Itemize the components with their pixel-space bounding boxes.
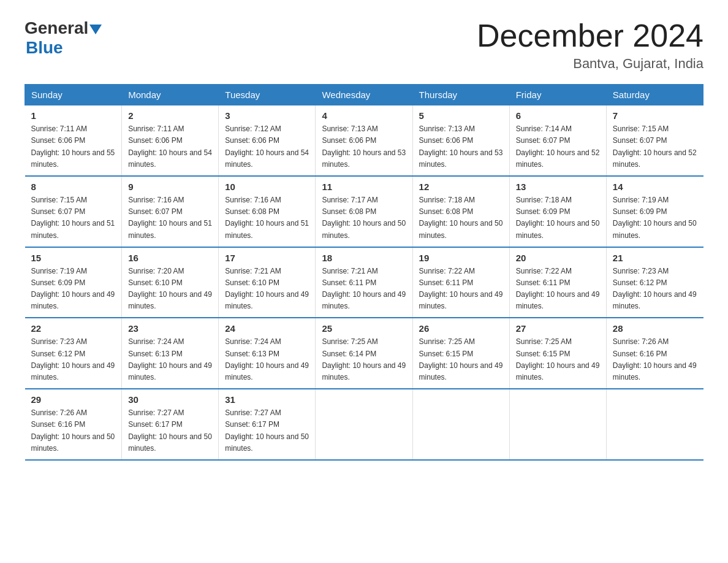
- day-info: Sunrise: 7:19 AMSunset: 6:09 PMDaylight:…: [31, 266, 116, 313]
- day-number: 8: [31, 182, 116, 192]
- day-number: 14: [613, 182, 697, 192]
- calendar-cell: 8Sunrise: 7:15 AMSunset: 6:07 PMDaylight…: [25, 176, 122, 247]
- day-info: Sunrise: 7:13 AMSunset: 6:06 PMDaylight:…: [419, 123, 503, 170]
- calendar-cell: 1Sunrise: 7:11 AMSunset: 6:06 PMDaylight…: [25, 105, 122, 176]
- day-number: 24: [225, 323, 309, 334]
- day-info: Sunrise: 7:22 AMSunset: 6:11 PMDaylight:…: [419, 266, 503, 313]
- logo-general-text: General: [25, 18, 88, 38]
- calendar-cell: 5Sunrise: 7:13 AMSunset: 6:06 PMDaylight…: [412, 105, 509, 176]
- calendar-cell: 27Sunrise: 7:25 AMSunset: 6:15 PMDayligh…: [509, 318, 606, 389]
- day-number: 30: [128, 394, 212, 405]
- day-number: 17: [225, 253, 309, 263]
- calendar-cell: 7Sunrise: 7:15 AMSunset: 6:07 PMDaylight…: [606, 105, 703, 176]
- logo-area: General Blue: [25, 18, 102, 58]
- day-info: Sunrise: 7:19 AMSunset: 6:09 PMDaylight:…: [613, 194, 697, 242]
- calendar-week-row: 15Sunrise: 7:19 AMSunset: 6:09 PMDayligh…: [25, 247, 703, 318]
- day-number: 11: [322, 182, 406, 192]
- day-info: Sunrise: 7:16 AMSunset: 6:07 PMDaylight:…: [128, 194, 212, 242]
- calendar-cell: 2Sunrise: 7:11 AMSunset: 6:06 PMDaylight…: [122, 105, 219, 176]
- calendar-week-row: 1Sunrise: 7:11 AMSunset: 6:06 PMDaylight…: [25, 105, 703, 176]
- weekday-header-wednesday: Wednesday: [316, 85, 412, 105]
- calendar-week-row: 29Sunrise: 7:26 AMSunset: 6:16 PMDayligh…: [25, 389, 703, 460]
- logo-triangle-icon: [89, 25, 102, 34]
- calendar-cell: 30Sunrise: 7:27 AMSunset: 6:17 PMDayligh…: [122, 389, 219, 460]
- day-number: 4: [322, 110, 406, 121]
- calendar-cell: 11Sunrise: 7:17 AMSunset: 6:08 PMDayligh…: [316, 176, 412, 247]
- day-number: 22: [31, 323, 116, 334]
- calendar-cell: 16Sunrise: 7:20 AMSunset: 6:10 PMDayligh…: [122, 247, 219, 318]
- weekday-row: SundayMondayTuesdayWednesdayThursdayFrid…: [25, 85, 703, 105]
- day-number: 5: [419, 110, 503, 121]
- calendar-cell: 31Sunrise: 7:27 AMSunset: 6:17 PMDayligh…: [219, 389, 316, 460]
- logo: General: [25, 18, 102, 38]
- location-title: Bantva, Gujarat, India: [477, 56, 703, 72]
- calendar-cell: 6Sunrise: 7:14 AMSunset: 6:07 PMDaylight…: [509, 105, 606, 176]
- calendar-cell: 12Sunrise: 7:18 AMSunset: 6:08 PMDayligh…: [412, 176, 509, 247]
- day-number: 28: [613, 323, 697, 334]
- day-number: 9: [128, 182, 212, 192]
- day-number: 6: [516, 110, 600, 121]
- day-info: Sunrise: 7:18 AMSunset: 6:09 PMDaylight:…: [516, 194, 600, 242]
- day-number: 15: [31, 253, 116, 263]
- day-info: Sunrise: 7:15 AMSunset: 6:07 PMDaylight:…: [613, 123, 697, 170]
- day-info: Sunrise: 7:27 AMSunset: 6:17 PMDaylight:…: [225, 407, 309, 454]
- calendar-cell: 18Sunrise: 7:21 AMSunset: 6:11 PMDayligh…: [316, 247, 412, 318]
- day-number: 31: [225, 394, 309, 405]
- day-number: 29: [31, 394, 116, 405]
- header: General Blue December 2024 Bantva, Gujar…: [25, 18, 703, 72]
- day-number: 3: [225, 110, 309, 121]
- weekday-header-saturday: Saturday: [606, 85, 703, 105]
- day-info: Sunrise: 7:25 AMSunset: 6:14 PMDaylight:…: [322, 336, 406, 383]
- day-info: Sunrise: 7:26 AMSunset: 6:16 PMDaylight:…: [613, 336, 697, 383]
- day-info: Sunrise: 7:25 AMSunset: 6:15 PMDaylight:…: [419, 336, 503, 383]
- calendar-cell: 13Sunrise: 7:18 AMSunset: 6:09 PMDayligh…: [509, 176, 606, 247]
- calendar-cell: 10Sunrise: 7:16 AMSunset: 6:08 PMDayligh…: [219, 176, 316, 247]
- day-number: 21: [613, 253, 697, 263]
- day-number: 13: [516, 182, 600, 192]
- weekday-header-friday: Friday: [509, 85, 606, 105]
- day-info: Sunrise: 7:15 AMSunset: 6:07 PMDaylight:…: [31, 194, 116, 242]
- calendar-cell: 4Sunrise: 7:13 AMSunset: 6:06 PMDaylight…: [316, 105, 412, 176]
- weekday-header-thursday: Thursday: [412, 85, 509, 105]
- day-number: 10: [225, 182, 309, 192]
- day-info: Sunrise: 7:11 AMSunset: 6:06 PMDaylight:…: [31, 123, 116, 170]
- calendar-week-row: 22Sunrise: 7:23 AMSunset: 6:12 PMDayligh…: [25, 318, 703, 389]
- day-info: Sunrise: 7:13 AMSunset: 6:06 PMDaylight:…: [322, 123, 406, 170]
- title-area: December 2024 Bantva, Gujarat, India: [477, 18, 703, 72]
- day-number: 12: [419, 182, 503, 192]
- weekday-header-monday: Monday: [122, 85, 219, 105]
- calendar-cell: 29Sunrise: 7:26 AMSunset: 6:16 PMDayligh…: [25, 389, 122, 460]
- calendar-table: SundayMondayTuesdayWednesdayThursdayFrid…: [25, 84, 703, 461]
- day-info: Sunrise: 7:27 AMSunset: 6:17 PMDaylight:…: [128, 407, 212, 454]
- calendar-cell: 14Sunrise: 7:19 AMSunset: 6:09 PMDayligh…: [606, 176, 703, 247]
- day-info: Sunrise: 7:25 AMSunset: 6:15 PMDaylight:…: [516, 336, 600, 383]
- calendar-cell: 28Sunrise: 7:26 AMSunset: 6:16 PMDayligh…: [606, 318, 703, 389]
- calendar-cell: 21Sunrise: 7:23 AMSunset: 6:12 PMDayligh…: [606, 247, 703, 318]
- day-info: Sunrise: 7:21 AMSunset: 6:10 PMDaylight:…: [225, 266, 309, 313]
- calendar-cell: 20Sunrise: 7:22 AMSunset: 6:11 PMDayligh…: [509, 247, 606, 318]
- logo-blue-text: Blue: [26, 38, 63, 57]
- day-info: Sunrise: 7:21 AMSunset: 6:11 PMDaylight:…: [322, 266, 406, 313]
- day-info: Sunrise: 7:24 AMSunset: 6:13 PMDaylight:…: [225, 336, 309, 383]
- day-info: Sunrise: 7:12 AMSunset: 6:06 PMDaylight:…: [225, 123, 309, 170]
- calendar-cell: 9Sunrise: 7:16 AMSunset: 6:07 PMDaylight…: [122, 176, 219, 247]
- day-info: Sunrise: 7:16 AMSunset: 6:08 PMDaylight:…: [225, 194, 309, 242]
- calendar-cell: 23Sunrise: 7:24 AMSunset: 6:13 PMDayligh…: [122, 318, 219, 389]
- day-info: Sunrise: 7:17 AMSunset: 6:08 PMDaylight:…: [322, 194, 406, 242]
- day-info: Sunrise: 7:23 AMSunset: 6:12 PMDaylight:…: [31, 336, 116, 383]
- calendar-cell: 22Sunrise: 7:23 AMSunset: 6:12 PMDayligh…: [25, 318, 122, 389]
- day-number: 1: [31, 110, 116, 121]
- calendar-cell: 25Sunrise: 7:25 AMSunset: 6:14 PMDayligh…: [316, 318, 412, 389]
- calendar-cell: 3Sunrise: 7:12 AMSunset: 6:06 PMDaylight…: [219, 105, 316, 176]
- day-number: 18: [322, 253, 406, 263]
- day-number: 19: [419, 253, 503, 263]
- day-number: 2: [128, 110, 212, 121]
- calendar-header: SundayMondayTuesdayWednesdayThursdayFrid…: [25, 85, 703, 105]
- day-info: Sunrise: 7:26 AMSunset: 6:16 PMDaylight:…: [31, 407, 116, 454]
- calendar-cell: [412, 389, 509, 460]
- day-number: 26: [419, 323, 503, 334]
- calendar-cell: [316, 389, 412, 460]
- calendar-cell: 26Sunrise: 7:25 AMSunset: 6:15 PMDayligh…: [412, 318, 509, 389]
- day-number: 25: [322, 323, 406, 334]
- day-info: Sunrise: 7:11 AMSunset: 6:06 PMDaylight:…: [128, 123, 212, 170]
